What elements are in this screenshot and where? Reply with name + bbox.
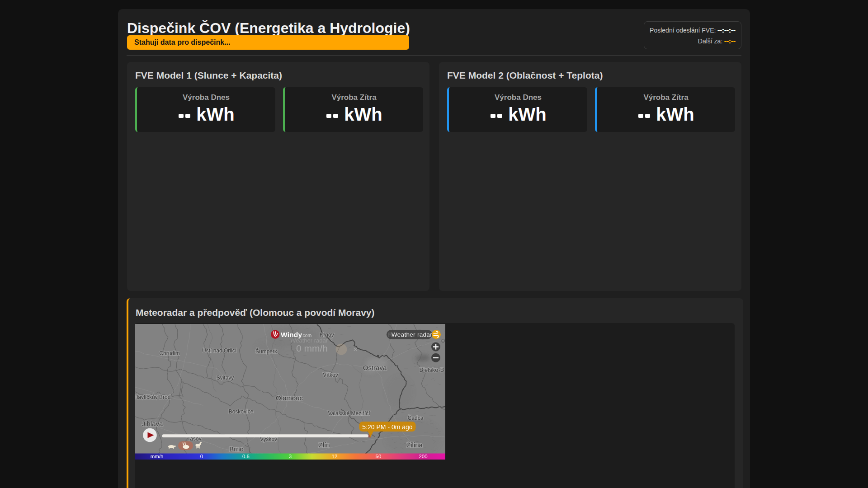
- svg-text:Zlín: Zlín: [318, 441, 330, 449]
- svg-text:Svitavy: Svitavy: [217, 375, 234, 381]
- svg-text:Žilina: Žilina: [406, 441, 423, 449]
- svg-text:Vítkov: Vítkov: [323, 372, 338, 378]
- svg-text:12: 12: [332, 454, 338, 459]
- svg-text:×: ×: [353, 345, 358, 354]
- svg-text:200: 200: [419, 454, 427, 459]
- svg-text:Olomouc: Olomouc: [276, 394, 303, 402]
- svg-text:Chrudim: Chrudim: [159, 350, 179, 357]
- svg-text:Havlíčkův Brod: Havlíčkův Brod: [135, 394, 170, 400]
- svg-text:50: 50: [376, 454, 382, 459]
- svg-text:Boskovice: Boskovice: [229, 408, 254, 415]
- svg-text:Ostrava: Ostrava: [363, 364, 387, 371]
- svg-text:Šumperk: Šumperk: [255, 348, 278, 355]
- svg-text:3: 3: [289, 454, 292, 459]
- svg-text:mm/h: mm/h: [151, 454, 164, 459]
- svg-text:0 mm/h: 0 mm/h: [296, 343, 328, 353]
- svg-text:Valašské Meziříčí: Valašské Meziříčí: [328, 410, 370, 417]
- svg-text:Windy: Windy: [281, 331, 302, 338]
- svg-text:Bielsko-B: Bielsko-B: [420, 366, 444, 373]
- svg-text:Brno: Brno: [229, 445, 244, 453]
- svg-text:Čadca: Čadca: [408, 414, 424, 421]
- svg-text:Weather radar: Weather radar: [392, 331, 432, 338]
- svg-text:5:20 PM - 0m ago: 5:20 PM - 0m ago: [362, 423, 412, 431]
- svg-text:Jihlava: Jihlava: [142, 420, 163, 427]
- svg-text:O: O: [441, 338, 445, 343]
- svg-text:Ústí nad Orlicí: Ústí nad Orlicí: [202, 347, 237, 354]
- svg-text:0: 0: [200, 454, 203, 459]
- svg-text:0.6: 0.6: [242, 454, 250, 459]
- svg-text:.com: .com: [302, 333, 312, 338]
